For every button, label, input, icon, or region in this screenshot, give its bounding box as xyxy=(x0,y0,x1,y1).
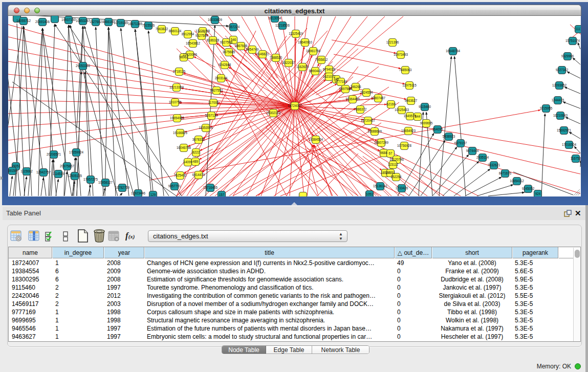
svg-text:3678332: 3678332 xyxy=(192,138,205,141)
svg-text:7485063: 7485063 xyxy=(399,68,412,72)
svg-text:9777169: 9777169 xyxy=(335,80,347,83)
svg-text:67: 67 xyxy=(388,151,393,155)
svg-text:489: 489 xyxy=(193,160,199,163)
svg-text:1527602: 1527602 xyxy=(90,20,102,24)
svg-text:8471676: 8471676 xyxy=(499,171,512,175)
svg-text:10853287: 10853287 xyxy=(76,19,91,23)
svg-text:2867608: 2867608 xyxy=(235,44,248,48)
svg-text:9857791: 9857791 xyxy=(168,184,181,188)
svg-text:12923446: 12923446 xyxy=(131,191,146,195)
svg-text:7515526: 7515526 xyxy=(142,24,155,27)
svg-text:1051: 1051 xyxy=(366,192,374,196)
svg-text:9242848: 9242848 xyxy=(219,63,231,67)
svg-text:19654923: 19654923 xyxy=(401,129,416,133)
svg-text:8427552: 8427552 xyxy=(210,89,223,92)
svg-text:1117: 1117 xyxy=(575,27,581,31)
svg-text:18807249: 18807249 xyxy=(374,141,389,144)
svg-text:8912954: 8912954 xyxy=(182,32,194,36)
svg-text:7955812: 7955812 xyxy=(315,58,328,61)
svg-text:6794028: 6794028 xyxy=(323,68,336,71)
svg-text:9474444: 9474444 xyxy=(466,149,479,152)
svg-text:12218506: 12218506 xyxy=(275,24,290,27)
svg-text:9227342: 9227342 xyxy=(556,68,569,72)
svg-text:10958127: 10958127 xyxy=(98,181,113,184)
svg-text:2718126: 2718126 xyxy=(173,70,186,73)
svg-text:1221396: 1221396 xyxy=(386,40,399,44)
svg-text:8660124: 8660124 xyxy=(169,29,182,33)
svg-text:157: 157 xyxy=(219,193,225,196)
svg-text:5938923: 5938923 xyxy=(443,135,455,138)
svg-text:29053346: 29053346 xyxy=(76,64,91,68)
svg-text:13226058: 13226058 xyxy=(195,29,210,33)
svg-text:39159: 39159 xyxy=(8,169,17,172)
svg-text:12505135: 12505135 xyxy=(68,174,82,178)
svg-text:17359924: 17359924 xyxy=(69,150,84,154)
svg-text:15720407: 15720407 xyxy=(361,119,376,122)
svg-text:924: 924 xyxy=(535,192,541,195)
svg-text:115112: 115112 xyxy=(388,163,399,166)
svg-text:8322037: 8322037 xyxy=(282,61,295,64)
svg-text:164095: 164095 xyxy=(432,127,443,131)
svg-text:7886372: 7886372 xyxy=(354,107,367,111)
svg-text:10756928: 10756928 xyxy=(397,144,412,147)
svg-text:20364486: 20364486 xyxy=(345,97,360,101)
svg-text:9684: 9684 xyxy=(380,151,388,155)
svg-text:546: 546 xyxy=(231,38,236,41)
svg-text:15692971: 15692971 xyxy=(557,128,572,132)
svg-text:117006: 117006 xyxy=(208,101,219,104)
svg-text:12942757: 12942757 xyxy=(36,170,51,174)
svg-text:7663822: 7663822 xyxy=(156,27,168,31)
svg-text:98962: 98962 xyxy=(179,55,188,59)
svg-text:12093852: 12093852 xyxy=(552,83,567,87)
svg-text:10973493: 10973493 xyxy=(394,53,408,56)
svg-text:16033809: 16033809 xyxy=(208,18,223,21)
svg-text:9327509: 9327509 xyxy=(195,34,208,37)
svg-text:129: 129 xyxy=(150,193,156,196)
svg-text:20975867: 20975867 xyxy=(60,164,75,168)
svg-text:12213369: 12213369 xyxy=(169,85,184,89)
svg-text:6879197: 6879197 xyxy=(454,141,467,145)
svg-text:17016504: 17016504 xyxy=(562,143,577,146)
svg-text:252254: 252254 xyxy=(390,175,402,179)
svg-text:1010755: 1010755 xyxy=(169,100,182,104)
svg-text:15136141: 15136141 xyxy=(373,184,388,188)
svg-text:1162615: 1162615 xyxy=(296,65,309,69)
svg-text:2935114: 2935114 xyxy=(476,156,489,159)
svg-text:644: 644 xyxy=(415,115,421,118)
svg-text:10719185: 10719185 xyxy=(114,21,128,25)
svg-text:16210643: 16210643 xyxy=(553,114,568,117)
svg-text:8454749: 8454749 xyxy=(246,48,259,51)
svg-text:10807487: 10807487 xyxy=(371,96,386,100)
svg-text:15302173: 15302173 xyxy=(266,111,281,115)
svg-text:16671385: 16671385 xyxy=(128,22,143,26)
svg-text:15716485: 15716485 xyxy=(203,186,218,189)
svg-text:7357224: 7357224 xyxy=(227,25,240,29)
svg-text:14055712: 14055712 xyxy=(16,19,31,23)
svg-text:1115682: 1115682 xyxy=(20,169,33,173)
svg-text:7632621: 7632621 xyxy=(488,163,500,167)
svg-text:15751074: 15751074 xyxy=(565,39,580,42)
svg-text:7625402: 7625402 xyxy=(174,173,187,177)
svg-text:14099: 14099 xyxy=(183,160,192,164)
svg-text:7588520: 7588520 xyxy=(270,56,282,59)
svg-text:19937150: 19937150 xyxy=(61,18,76,21)
svg-text:17957275: 17957275 xyxy=(83,178,98,181)
svg-text:9245052: 9245052 xyxy=(522,187,535,190)
svg-text:24851: 24851 xyxy=(386,171,395,174)
svg-text:10120746: 10120746 xyxy=(389,158,404,161)
svg-text:3675685: 3675685 xyxy=(223,50,235,54)
svg-text:2803144: 2803144 xyxy=(215,76,228,80)
svg-text:6914479: 6914479 xyxy=(192,173,205,177)
svg-text:9146821: 9146821 xyxy=(256,52,269,56)
svg-text:5267130: 5267130 xyxy=(205,114,218,117)
svg-text:20206571: 20206571 xyxy=(47,152,61,156)
svg-text:8186328: 8186328 xyxy=(207,38,220,42)
svg-text:20691406: 20691406 xyxy=(35,20,50,24)
svg-text:9329966: 9329966 xyxy=(561,54,574,58)
svg-text:10688609: 10688609 xyxy=(367,129,382,133)
svg-text:746266: 746266 xyxy=(350,85,361,89)
svg-text:12975115: 12975115 xyxy=(402,83,417,87)
svg-text:19166825: 19166825 xyxy=(173,131,188,135)
svg-text:8813054: 8813054 xyxy=(269,16,281,20)
svg-text:9115460: 9115460 xyxy=(419,105,431,108)
